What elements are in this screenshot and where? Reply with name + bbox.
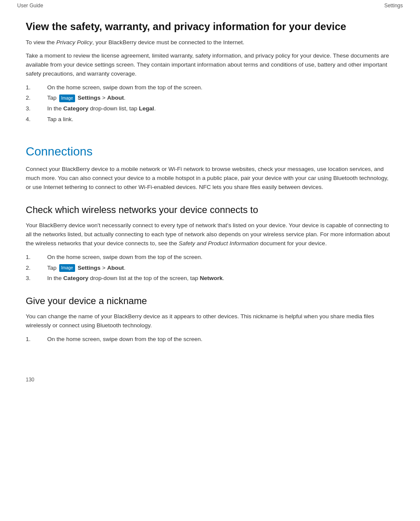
nickname-title: Give your device a nickname [26, 295, 394, 308]
page-footer: 130 [0, 373, 420, 386]
step-number: 3. [26, 104, 47, 113]
header-right: Settings [384, 3, 403, 9]
list-item: 3. In the Category drop-down list, tap L… [26, 104, 394, 113]
check-wireless-title: Check which wireless networks your devic… [26, 204, 394, 216]
step-number: 2. [26, 263, 47, 273]
list-item: 1. On the home screen, swipe down from t… [26, 335, 394, 344]
list-item: 2. Tap Image Settings > About. [26, 93, 394, 103]
step-content: In the Category drop-down list at the to… [47, 274, 394, 283]
image-icon: Image [59, 264, 76, 272]
step-number: 1. [26, 83, 47, 92]
safety-steps-list: 1. On the home screen, swipe down from t… [26, 83, 394, 124]
step-content: Tap a link. [47, 115, 394, 124]
nickname-description-para: You can change the name of your BlackBer… [26, 312, 394, 330]
section-nickname: Give your device a nickname You can chan… [26, 295, 394, 344]
safety-privacy-policy-para: To view the Privacy Policy, your BlackBe… [26, 38, 394, 47]
page-header: User Guide Settings [0, 0, 420, 11]
page-number: 130 [26, 377, 34, 383]
step-content: Tap Image Settings > About. [47, 93, 394, 103]
step-number: 4. [26, 115, 47, 124]
safety-product-info-link: Safety and Product Information [178, 240, 258, 247]
step-number: 3. [26, 274, 47, 283]
list-item: 3. In the Category drop-down list at the… [26, 274, 394, 283]
safety-description-para: Take a moment to review the license agre… [26, 52, 394, 79]
check-wireless-steps-list: 1. On the home screen, swipe down from t… [26, 253, 394, 283]
list-item: 2. Tap Image Settings > About. [26, 263, 394, 273]
section-connections: Connections Connect your BlackBerry devi… [26, 144, 394, 192]
check-wireless-description-para: Your BlackBerry device won't necessarily… [26, 221, 394, 248]
step-content: On the home screen, swipe down from the … [47, 335, 394, 344]
page-content: View the safety, warranty, and privacy i… [0, 11, 420, 373]
safety-warranty-title: View the safety, warranty, and privacy i… [26, 20, 394, 33]
list-item: 1. On the home screen, swipe down from t… [26, 253, 394, 262]
section-separator-1 [26, 136, 394, 144]
step-content: Tap Image Settings > About. [47, 263, 394, 273]
privacy-policy-link: Privacy Policy [56, 39, 92, 46]
step-content: In the Category drop-down list, tap Lega… [47, 104, 394, 113]
connections-description-para: Connect your BlackBerry device to a mobi… [26, 165, 394, 192]
step-number: 1. [26, 335, 47, 344]
image-icon: Image [59, 94, 76, 102]
section-check-wireless: Check which wireless networks your devic… [26, 204, 394, 283]
header-left: User Guide [17, 3, 43, 9]
step-content: On the home screen, swipe down from the … [47, 253, 394, 262]
step-number: 1. [26, 253, 47, 262]
list-item: 4. Tap a link. [26, 115, 394, 124]
list-item: 1. On the home screen, swipe down from t… [26, 83, 394, 92]
nickname-steps-list: 1. On the home screen, swipe down from t… [26, 335, 394, 344]
step-number: 2. [26, 93, 47, 103]
step-content: On the home screen, swipe down from the … [47, 83, 394, 92]
section-safety-warranty: View the safety, warranty, and privacy i… [26, 20, 394, 124]
connections-title: Connections [26, 144, 394, 159]
